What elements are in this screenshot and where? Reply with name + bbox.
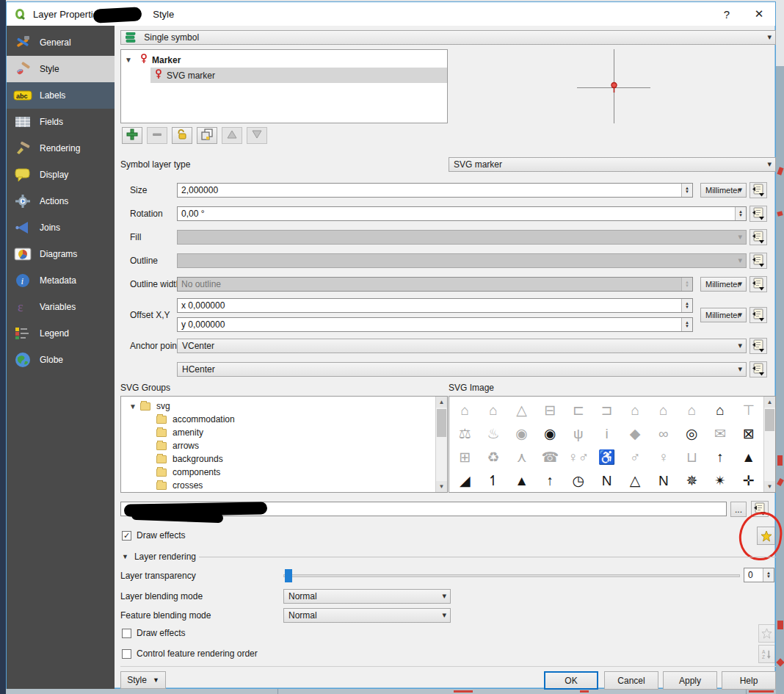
box-icon[interactable]: ◆: [630, 427, 641, 441]
layer-blending-select[interactable]: Normal: [283, 589, 451, 604]
control-rendering-order-checkbox[interactable]: Control feature rendering order: [122, 648, 258, 659]
data-defined-override-button[interactable]: [749, 229, 767, 245]
sidebar-item-style[interactable]: Style: [7, 56, 115, 82]
scroll-thumb[interactable]: [437, 409, 446, 437]
north-n-icon[interactable]: N: [602, 474, 612, 488]
apply-button[interactable]: Apply: [663, 671, 717, 690]
arrow-triangle-icon[interactable]: ▲: [515, 474, 529, 488]
sidebar-item-fields[interactable]: Fields: [7, 109, 115, 135]
scroll-down-icon[interactable]: ▼: [764, 481, 775, 492]
scroll-up-icon[interactable]: ▲: [764, 397, 775, 408]
offset-x-spinner[interactable]: ▲▼: [681, 299, 692, 312]
house-icon[interactable]: ⌂: [631, 403, 639, 417]
north-n2-icon[interactable]: N: [658, 474, 669, 488]
fountain-icon[interactable]: ψ: [573, 427, 584, 441]
envelope-circled-icon[interactable]: ⊠: [743, 427, 755, 441]
layer-rendering-header[interactable]: ▼ Layer rendering: [122, 552, 196, 562]
feature-blending-select[interactable]: Normal: [283, 608, 451, 623]
svg-group-root[interactable]: ▼ svg: [126, 400, 447, 413]
cancel-button[interactable]: Cancel: [604, 671, 658, 690]
arrow-up-black-icon[interactable]: ↑: [716, 450, 724, 464]
scroll-up-icon[interactable]: ▲: [436, 397, 447, 408]
scroll-down-icon[interactable]: ▼: [436, 481, 447, 492]
sidebar-item-variables[interactable]: εVariables: [7, 294, 115, 320]
sidebar-item-diagrams[interactable]: Diagrams: [7, 241, 115, 267]
data-defined-override-button[interactable]: [749, 182, 767, 198]
svg-group-folder-crosses[interactable]: crosses: [156, 479, 447, 492]
data-defined-override-button[interactable]: [749, 276, 767, 292]
offset-unit-select[interactable]: Millimeter: [700, 308, 747, 322]
toilets-men-icon[interactable]: ♂: [630, 450, 640, 464]
checkbox-empty[interactable]: [122, 629, 131, 638]
sidebar-item-actions[interactable]: Actions: [7, 188, 115, 214]
sidebar-item-legend[interactable]: Legend: [7, 320, 115, 347]
arrow-up2-icon[interactable]: ↑: [546, 474, 553, 488]
rain-shelter-icon[interactable]: ⌂: [659, 403, 667, 417]
rotation-spinner[interactable]: ▲▼: [735, 207, 746, 220]
gate-icon[interactable]: ⊞: [459, 450, 471, 464]
north-arrow-icon[interactable]: △: [630, 474, 641, 488]
svg-group-folder-backgrounds[interactable]: backgrounds: [156, 452, 447, 466]
recycling-icon[interactable]: ♻: [487, 450, 499, 464]
tree-item-marker[interactable]: ▼ Marker: [121, 52, 447, 68]
tent-icon[interactable]: △: [516, 403, 527, 417]
draw-effects-checkbox[interactable]: ✓ Draw effects: [122, 530, 185, 541]
size-unit-select[interactable]: Millimeter: [700, 183, 747, 198]
tripod-icon[interactable]: ⋏: [517, 450, 527, 464]
sidebar-item-joins[interactable]: Joins: [7, 214, 115, 241]
help-titlebar-button[interactable]: ?: [711, 2, 743, 26]
transparency-slider-handle[interactable]: [285, 569, 292, 582]
scales-justice-icon[interactable]: ⚖: [459, 427, 471, 441]
rotation-input[interactable]: [177, 206, 747, 221]
clock-dial-icon[interactable]: ◷: [573, 474, 585, 488]
layer-draw-effects-checkbox[interactable]: Draw effects: [122, 628, 185, 638]
svg-image-scrollbar[interactable]: ▲ ▼: [763, 397, 775, 492]
tree-item-svg-marker[interactable]: SVG marker: [150, 68, 447, 83]
information-icon[interactable]: i: [605, 427, 608, 441]
sidebar-item-rendering[interactable]: Rendering: [7, 135, 115, 162]
lock-color-button[interactable]: [172, 127, 192, 144]
transparency-slider-track[interactable]: [283, 574, 740, 577]
picnic-table-icon[interactable]: ⊤: [742, 403, 755, 417]
data-defined-override-button[interactable]: [749, 206, 767, 222]
chevron-down-icon[interactable]: ▼: [126, 402, 140, 411]
close-button[interactable]: ✕: [743, 2, 775, 26]
style-menu-button[interactable]: Style▼: [120, 671, 166, 689]
svg-group-folder-amenity[interactable]: amenity: [156, 426, 447, 439]
arrow-slim-icon[interactable]: ◢: [460, 474, 471, 488]
sidebar-item-general[interactable]: General: [7, 29, 115, 56]
outline-width-unit-select[interactable]: Millimeter: [700, 277, 747, 292]
sidebar-item-labels[interactable]: abcLabels: [7, 82, 115, 109]
hotel-bed-icon[interactable]: ⊐: [601, 403, 613, 417]
fire-badge-black-icon[interactable]: ◉: [544, 427, 556, 441]
offset-y-spinner[interactable]: ▲▼: [681, 318, 692, 331]
sidebar-item-metadata[interactable]: iMetadata: [7, 267, 115, 294]
ok-button[interactable]: OK: [544, 671, 598, 690]
offset-x-input[interactable]: [177, 298, 693, 313]
compass-rose-icon[interactable]: ✵: [686, 474, 697, 488]
anchor-vertical-select[interactable]: VCenter: [177, 339, 747, 353]
bed-breakfast-house-icon[interactable]: ⌂: [489, 403, 497, 417]
caravan-icon[interactable]: ⊟: [544, 403, 556, 417]
chevron-down-icon[interactable]: ▼: [121, 56, 136, 64]
police-badge-icon[interactable]: ◎: [686, 427, 698, 441]
symbol-layer-type-select[interactable]: SVG marker: [449, 157, 776, 172]
data-defined-override-button[interactable]: [749, 253, 767, 269]
checkbox-check-icon[interactable]: ✓: [122, 531, 131, 541]
shelter-hiker-icon[interactable]: ⌂: [461, 403, 469, 417]
checkbox-empty[interactable]: [122, 649, 131, 659]
house-trees-icon[interactable]: ⌂: [716, 403, 724, 417]
bed-breakfast-icon[interactable]: ⊏: [573, 403, 584, 417]
waste-basket-icon[interactable]: ⊔: [686, 450, 697, 464]
fire-badge-icon[interactable]: ◉: [515, 427, 528, 441]
rain-shelter2-icon[interactable]: ⌂: [688, 403, 696, 417]
sidebar-item-display[interactable]: Display: [7, 162, 115, 188]
wheelchair-wc-icon[interactable]: ♿: [598, 450, 616, 464]
help-button[interactable]: Help: [722, 671, 776, 690]
browse-button[interactable]: ...: [730, 502, 747, 517]
collapse-arrow-icon[interactable]: ▼: [122, 553, 128, 560]
arrowhead-north-icon[interactable]: ▲: [741, 450, 755, 464]
compass-star-icon[interactable]: ✴: [714, 474, 726, 488]
envelope-icon[interactable]: ✉: [714, 427, 726, 441]
add-symbol-layer-button[interactable]: [122, 127, 142, 144]
